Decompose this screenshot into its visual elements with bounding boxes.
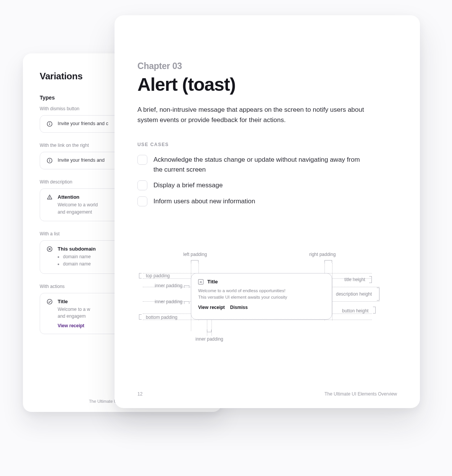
alert-description: Welcome to a w and engagem — [58, 306, 90, 320]
dotted-line — [143, 320, 372, 320]
checkbox[interactable] — [137, 155, 147, 165]
list-item: domain name — [63, 253, 96, 261]
bracket-icon — [324, 260, 332, 263]
bracket-icon — [184, 301, 189, 304]
bottom-padding-label: bottom padding — [146, 315, 178, 320]
use-case-text: Inform users about new information — [153, 196, 255, 206]
bracket-icon — [139, 273, 142, 278]
title-height-label: title height — [344, 277, 365, 282]
dismiss-button[interactable]: Dismiss — [230, 305, 248, 310]
dotted-line — [332, 263, 333, 320]
bracket-icon — [207, 330, 211, 332]
anatomy-title: Title — [207, 279, 218, 285]
anatomy-diagram: left padding right padding top padding i… — [134, 252, 401, 351]
inner-padding-label: inner padding — [152, 283, 182, 288]
alert-description: Welcome to a world and engagement — [58, 201, 98, 215]
use-case-text: Acknowledge the status change or update … — [153, 155, 367, 174]
alert-title: Attention — [58, 194, 98, 200]
view-receipt-button[interactable]: View receipt — [198, 305, 225, 310]
button-height-label: button height — [342, 308, 368, 314]
description-height-label: description height — [336, 291, 372, 297]
svg-point-2 — [49, 122, 50, 123]
page-number: 12 — [137, 391, 142, 397]
bracket-icon — [139, 314, 142, 320]
bracket-icon — [373, 307, 376, 314]
info-icon — [46, 121, 53, 127]
chapter-eyebrow: Chapter 03 — [137, 61, 397, 71]
list-item: domain name — [63, 261, 96, 268]
right-padding-label: right padding — [309, 252, 336, 257]
chapter-page: Chapter 03 Alert (toast) A brief, non-in… — [115, 15, 420, 408]
svg-point-5 — [49, 159, 50, 160]
alert-title: Title — [58, 299, 90, 304]
chapter-lead: A brief, non-intrusive message that appe… — [137, 105, 382, 125]
alert-action-link[interactable]: View receipt — [58, 323, 90, 328]
use-case-text: Display a brief message — [153, 180, 223, 190]
alert-text: Invite your friends and — [58, 158, 105, 163]
close-icon[interactable] — [198, 279, 203, 285]
svg-point-7 — [49, 198, 50, 199]
bracket-icon — [191, 260, 199, 263]
alert-list: domain name domain name — [58, 253, 96, 268]
page-footer: 12 The Ultimate UI Elements Overview — [137, 391, 397, 397]
anatomy-alert-card: Title Welcome to a world of endless oppo… — [191, 273, 332, 320]
checkbox[interactable] — [137, 196, 147, 206]
alert-title: This subdomain — [58, 246, 96, 252]
alert-text: Invite your friends and c — [58, 121, 108, 126]
bracket-icon — [369, 276, 372, 283]
bracket-icon — [377, 288, 379, 301]
checkbox[interactable] — [137, 180, 147, 190]
chapter-title: Alert (toast) — [137, 75, 397, 94]
left-padding-label: left padding — [183, 252, 207, 257]
use-case-item: Display a brief message — [137, 180, 397, 190]
inner-padding-label: inner padding — [195, 336, 223, 342]
svg-point-11 — [47, 299, 52, 304]
info-icon — [46, 158, 53, 164]
top-padding-label: top padding — [146, 273, 170, 278]
error-icon — [46, 246, 53, 252]
use-case-item: Inform users about new information — [137, 196, 397, 206]
warn-icon — [46, 194, 53, 200]
check-icon — [46, 299, 53, 305]
anatomy-description: Welcome to a world of endless opportunit… — [198, 288, 325, 301]
use-case-item: Acknowledge the status change or update … — [137, 155, 397, 174]
use-cases-label: USE CASES — [137, 142, 397, 147]
inner-padding-label: inner padding — [152, 299, 182, 304]
book-title: The Ultimate UI Elements Overview — [324, 391, 397, 397]
